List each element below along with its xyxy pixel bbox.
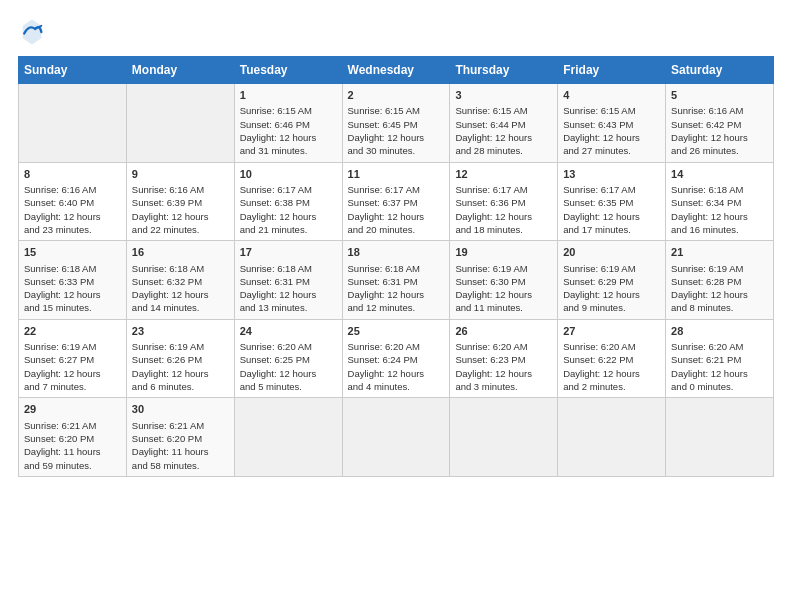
day-info-line: Sunset: 6:35 PM (563, 196, 660, 209)
calendar-week-row: 1Sunrise: 6:15 AMSunset: 6:46 PMDaylight… (19, 84, 774, 163)
calendar-body: 1Sunrise: 6:15 AMSunset: 6:46 PMDaylight… (19, 84, 774, 477)
calendar-cell: 19Sunrise: 6:19 AMSunset: 6:30 PMDayligh… (450, 241, 558, 320)
day-info-line: Sunrise: 6:20 AM (563, 340, 660, 353)
day-info-line: Sunrise: 6:19 AM (563, 262, 660, 275)
calendar-cell: 10Sunrise: 6:17 AMSunset: 6:38 PMDayligh… (234, 162, 342, 241)
day-number: 27 (563, 324, 660, 339)
day-info-line: and 14 minutes. (132, 301, 229, 314)
calendar-cell: 22Sunrise: 6:19 AMSunset: 6:27 PMDayligh… (19, 319, 127, 398)
day-info-line: Sunrise: 6:18 AM (671, 183, 768, 196)
day-info-line: and 12 minutes. (348, 301, 445, 314)
day-info-line: and 27 minutes. (563, 144, 660, 157)
day-info-line: Sunset: 6:39 PM (132, 196, 229, 209)
day-info-line: and 23 minutes. (24, 223, 121, 236)
day-info-line: Daylight: 12 hours (132, 367, 229, 380)
day-info-line: Sunset: 6:29 PM (563, 275, 660, 288)
day-info-line: Sunset: 6:28 PM (671, 275, 768, 288)
day-info-line: Daylight: 12 hours (132, 210, 229, 223)
day-number: 13 (563, 167, 660, 182)
day-number: 11 (348, 167, 445, 182)
day-info-line: and 22 minutes. (132, 223, 229, 236)
day-info-line: and 4 minutes. (348, 380, 445, 393)
day-info-line: Daylight: 12 hours (240, 288, 337, 301)
day-info-line: and 6 minutes. (132, 380, 229, 393)
day-info-line: and 5 minutes. (240, 380, 337, 393)
calendar-cell (126, 84, 234, 163)
day-number: 22 (24, 324, 121, 339)
calendar-cell: 9Sunrise: 6:16 AMSunset: 6:39 PMDaylight… (126, 162, 234, 241)
day-info-line: Sunrise: 6:20 AM (240, 340, 337, 353)
day-info-line: Daylight: 12 hours (240, 367, 337, 380)
calendar-cell (234, 398, 342, 477)
day-number: 8 (24, 167, 121, 182)
day-number: 16 (132, 245, 229, 260)
day-info-line: Sunrise: 6:17 AM (240, 183, 337, 196)
day-info-line: Daylight: 12 hours (563, 367, 660, 380)
day-info-line: Sunset: 6:20 PM (24, 432, 121, 445)
day-info-line: Daylight: 12 hours (24, 288, 121, 301)
calendar-cell: 13Sunrise: 6:17 AMSunset: 6:35 PMDayligh… (558, 162, 666, 241)
day-info-line: Sunset: 6:32 PM (132, 275, 229, 288)
calendar-cell: 11Sunrise: 6:17 AMSunset: 6:37 PMDayligh… (342, 162, 450, 241)
day-number: 28 (671, 324, 768, 339)
day-info-line: and 7 minutes. (24, 380, 121, 393)
day-info-line: Sunset: 6:20 PM (132, 432, 229, 445)
day-info-line: Sunrise: 6:19 AM (455, 262, 552, 275)
day-info-line: Sunset: 6:26 PM (132, 353, 229, 366)
day-info-line: and 2 minutes. (563, 380, 660, 393)
calendar-week-row: 22Sunrise: 6:19 AMSunset: 6:27 PMDayligh… (19, 319, 774, 398)
day-info-line: Daylight: 12 hours (563, 210, 660, 223)
header-day: Friday (558, 57, 666, 84)
day-info-line: Daylight: 12 hours (348, 210, 445, 223)
day-number: 18 (348, 245, 445, 260)
day-info-line: Sunset: 6:36 PM (455, 196, 552, 209)
day-info-line: Daylight: 12 hours (132, 288, 229, 301)
day-info-line: Sunset: 6:46 PM (240, 118, 337, 131)
calendar-table: SundayMondayTuesdayWednesdayThursdayFrid… (18, 56, 774, 477)
header-day: Tuesday (234, 57, 342, 84)
day-info-line: Sunset: 6:37 PM (348, 196, 445, 209)
day-info-line: Daylight: 12 hours (24, 210, 121, 223)
day-info-line: Sunrise: 6:15 AM (348, 104, 445, 117)
day-info-line: Sunrise: 6:17 AM (563, 183, 660, 196)
day-info-line: and 28 minutes. (455, 144, 552, 157)
day-number: 21 (671, 245, 768, 260)
header (18, 18, 774, 46)
calendar-cell: 3Sunrise: 6:15 AMSunset: 6:44 PMDaylight… (450, 84, 558, 163)
day-info-line: Sunset: 6:44 PM (455, 118, 552, 131)
day-info-line: Sunset: 6:40 PM (24, 196, 121, 209)
day-info-line: Daylight: 12 hours (455, 131, 552, 144)
day-info-line: Sunrise: 6:20 AM (348, 340, 445, 353)
header-day: Thursday (450, 57, 558, 84)
day-number: 29 (24, 402, 121, 417)
day-info-line: Daylight: 12 hours (671, 288, 768, 301)
day-info-line: and 31 minutes. (240, 144, 337, 157)
day-info-line: Daylight: 12 hours (455, 210, 552, 223)
header-day: Monday (126, 57, 234, 84)
day-info-line: Sunset: 6:24 PM (348, 353, 445, 366)
calendar-week-row: 8Sunrise: 6:16 AMSunset: 6:40 PMDaylight… (19, 162, 774, 241)
calendar-cell: 29Sunrise: 6:21 AMSunset: 6:20 PMDayligh… (19, 398, 127, 477)
day-info-line: Daylight: 12 hours (671, 367, 768, 380)
day-info-line: Daylight: 12 hours (348, 288, 445, 301)
day-info-line: Sunset: 6:34 PM (671, 196, 768, 209)
day-info-line: and 18 minutes. (455, 223, 552, 236)
day-info-line: Sunrise: 6:16 AM (132, 183, 229, 196)
day-info-line: Sunset: 6:33 PM (24, 275, 121, 288)
day-info-line: Sunset: 6:30 PM (455, 275, 552, 288)
day-info-line: Sunrise: 6:19 AM (132, 340, 229, 353)
day-info-line: Daylight: 12 hours (240, 131, 337, 144)
day-info-line: Sunrise: 6:15 AM (563, 104, 660, 117)
day-info-line: Sunrise: 6:18 AM (132, 262, 229, 275)
day-number: 19 (455, 245, 552, 260)
page: SundayMondayTuesdayWednesdayThursdayFrid… (0, 0, 792, 612)
day-info-line: Sunrise: 6:21 AM (132, 419, 229, 432)
day-info-line: Sunrise: 6:20 AM (455, 340, 552, 353)
day-info-line: and 26 minutes. (671, 144, 768, 157)
day-number: 12 (455, 167, 552, 182)
day-info-line: Sunrise: 6:20 AM (671, 340, 768, 353)
day-info-line: Daylight: 12 hours (24, 367, 121, 380)
day-info-line: Sunset: 6:43 PM (563, 118, 660, 131)
day-info-line: and 13 minutes. (240, 301, 337, 314)
day-number: 23 (132, 324, 229, 339)
